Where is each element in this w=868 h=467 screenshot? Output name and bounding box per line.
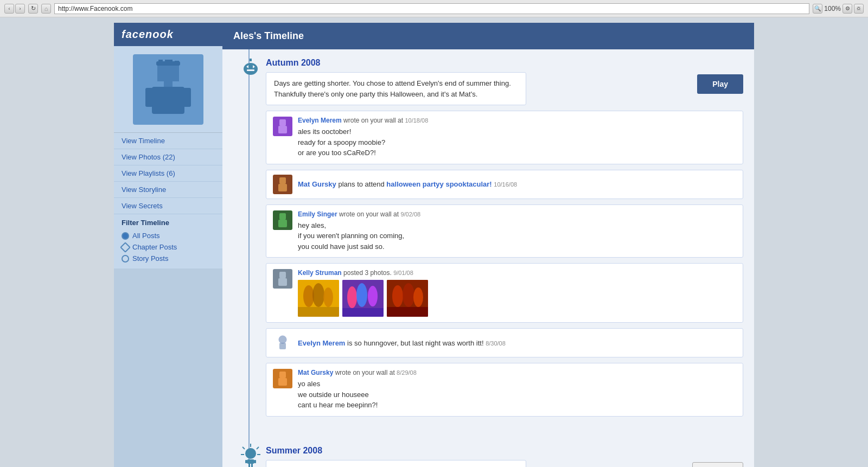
- svg-rect-9: [250, 59, 252, 61]
- post-action-evelyn1: wrote on your wall at: [343, 117, 405, 124]
- svg-rect-3: [165, 60, 173, 62]
- svg-point-30: [347, 286, 357, 308]
- photo-thumb-1[interactable]: [298, 280, 339, 317]
- replay-button-summer[interactable]: Replay: [692, 462, 743, 468]
- forward-button[interactable]: ›: [15, 4, 25, 14]
- svg-rect-8: [183, 88, 191, 107]
- post-author-emily[interactable]: Emily Singer: [298, 210, 337, 218]
- post-text-mat2: yo aleswe outside ur houseeecant u hear …: [298, 379, 736, 411]
- post-content-emily: Emily Singer wrote on your wall at 9/02/…: [298, 210, 736, 252]
- post-content-kelly: Kelly Struman posted 3 photos. 9/01/08: [298, 269, 736, 317]
- sidebar-item-view-storyline[interactable]: View Storyline: [114, 182, 222, 198]
- post-author-evelyn1[interactable]: Evelyn Merem: [298, 117, 342, 124]
- settings-icon[interactable]: ⚙: [843, 4, 852, 14]
- svg-point-25: [303, 285, 314, 307]
- filter-section: Filter Timeline All Posts Chapter Posts …: [114, 214, 222, 268]
- post-header-emily: Emily Singer wrote on your wall at 9/02/…: [298, 210, 736, 218]
- nav-buttons[interactable]: ‹ ›: [4, 4, 25, 14]
- post-event-mat1: halloween partyy spooktacular!: [386, 180, 492, 188]
- filter-title: Filter Timeline: [122, 219, 215, 227]
- chapter-desc-summer: AIM is officially dead. You finally join…: [266, 460, 678, 468]
- sidebar-item-view-timeline[interactable]: View Timeline: [114, 133, 222, 149]
- post-icon-evelyn2: [273, 333, 292, 353]
- svg-rect-49: [247, 459, 254, 464]
- profile-section: [114, 46, 222, 133]
- post-timestamp-kelly: 9/01/08: [393, 270, 413, 276]
- post-content-evelyn-hungover: Evelyn Merem is so hunngover, but last n…: [298, 339, 506, 347]
- chapter-desc-autumn: Days are getting shorter. You chose to a…: [266, 72, 678, 105]
- svg-rect-19: [278, 184, 287, 191]
- svg-rect-16: [279, 119, 286, 126]
- post-action-mat1: plans to attend: [338, 180, 386, 188]
- svg-point-32: [368, 286, 378, 306]
- refresh-button[interactable]: ↻: [28, 4, 38, 14]
- post-avatar-mat2: [273, 369, 292, 388]
- post-timestamp-evelyn1: 10/18/08: [405, 117, 428, 124]
- svg-point-37: [413, 287, 423, 307]
- post-evelyn-hungover: Evelyn Merem is so hunngover, but last n…: [266, 328, 743, 357]
- svg-rect-6: [152, 87, 184, 114]
- svg-point-31: [356, 283, 367, 307]
- post-author-mat1[interactable]: Mat Gursky: [298, 180, 336, 188]
- filter-radio-chapter: [120, 242, 131, 253]
- zoom-icon: 🔍: [813, 4, 822, 14]
- svg-rect-17: [278, 126, 287, 133]
- svg-line-46: [242, 447, 245, 449]
- svg-rect-14: [248, 71, 250, 73]
- photo-thumb-3[interactable]: [387, 280, 428, 317]
- chapter-icon-summer: [239, 443, 263, 468]
- play-button-autumn[interactable]: Play: [697, 74, 743, 94]
- svg-rect-20: [279, 213, 286, 220]
- post-action-mat2: wrote on your wall at: [335, 369, 397, 376]
- photos-row: [298, 280, 736, 317]
- sidebar-item-view-photos[interactable]: View Photos (22): [114, 149, 222, 165]
- filter-story-posts[interactable]: Story Posts: [122, 253, 215, 264]
- post-timestamp-mat1: 10/16/08: [494, 181, 517, 188]
- chapter-description-text-autumn: Days are getting shorter. You chose to a…: [266, 72, 526, 105]
- chapter-autumn-2008: Autumn 2008 Days are getting shorter. Yo…: [266, 49, 743, 426]
- svg-rect-52: [245, 460, 247, 463]
- svg-rect-22: [279, 272, 286, 278]
- post-author-kelly[interactable]: Kelly Struman: [298, 269, 342, 277]
- chapter-icon-autumn: [241, 57, 260, 76]
- main-content: Ales's Timeline: [222, 23, 754, 467]
- post-timestamp-emily: 9/02/08: [400, 211, 420, 217]
- home-button: ⌂: [41, 4, 51, 14]
- svg-rect-33: [342, 308, 384, 317]
- filter-label-chapter: Chapter Posts: [132, 243, 177, 251]
- chapter-description-text-summer: AIM is officially dead. You finally join…: [266, 460, 526, 468]
- svg-rect-50: [248, 464, 250, 468]
- svg-rect-51: [251, 464, 253, 468]
- browser-chrome: ‹ › ↻ ⌂ http://www.Facenook.com 🔍 100% ⚙…: [0, 0, 868, 17]
- svg-rect-2: [158, 60, 163, 63]
- page-wrapper: facenook: [108, 23, 760, 467]
- timeline-wrapper: Autumn 2008 Days are getting shorter. Yo…: [233, 49, 743, 467]
- chapter-btn-side-summer: Replay: [678, 460, 743, 468]
- post-avatar-mat1: [273, 175, 292, 194]
- post-text-emily: hey ales,if you weren't planning on comi…: [298, 220, 736, 252]
- post-kelly-photos: Kelly Struman posted 3 photos. 9/01/08: [266, 263, 743, 323]
- svg-point-35: [392, 285, 403, 307]
- photo-thumb-2[interactable]: [342, 280, 384, 317]
- svg-rect-53: [254, 460, 256, 463]
- filter-all-posts[interactable]: All Posts: [122, 230, 215, 241]
- filter-label-all: All Posts: [132, 232, 160, 240]
- filter-chapter-posts[interactable]: Chapter Posts: [122, 241, 215, 253]
- back-button[interactable]: ‹: [4, 4, 14, 14]
- svg-rect-23: [278, 278, 287, 286]
- timeline-title: Ales's Timeline: [233, 30, 304, 41]
- post-action-emily: wrote on your wall at: [339, 210, 400, 218]
- tools-icon[interactable]: ⛭: [854, 4, 864, 14]
- address-bar[interactable]: http://www.Facenook.com: [54, 3, 809, 14]
- post-content-mat-halloween: Mat Gursky plans to attend halloween par…: [298, 180, 517, 188]
- sidebar-item-view-secrets[interactable]: View Secrets: [114, 198, 222, 214]
- svg-rect-18: [279, 177, 286, 184]
- sidebar-item-view-playlists[interactable]: View Playlists (6): [114, 165, 222, 182]
- post-author-evelyn2[interactable]: Evelyn Merem: [298, 339, 345, 347]
- chapter-title-summer: Summer 2008: [266, 446, 743, 456]
- zoom-level: 100%: [824, 5, 841, 12]
- zoom-area: 🔍 100% ⚙ ⛭: [813, 4, 864, 14]
- post-timestamp-mat2: 8/29/08: [397, 369, 417, 376]
- post-author-mat2[interactable]: Mat Gursky: [298, 369, 333, 376]
- svg-point-39: [279, 336, 286, 343]
